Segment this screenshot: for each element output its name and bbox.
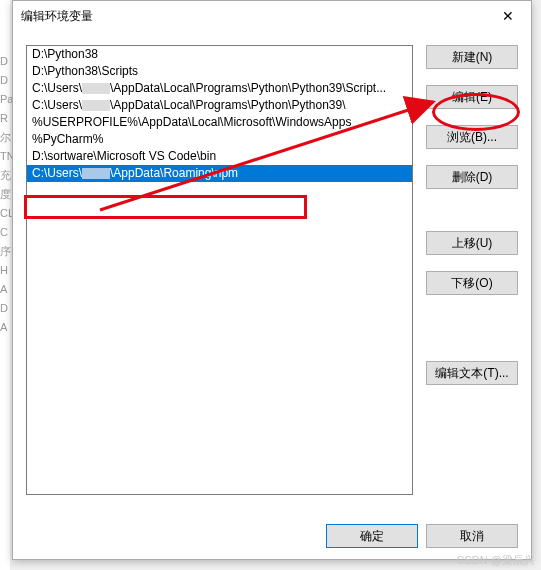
edit-button[interactable]: 编辑(E): [426, 85, 518, 109]
list-item[interactable]: D:\Python38\Scripts: [27, 63, 412, 80]
delete-button[interactable]: 删除(D): [426, 165, 518, 189]
move-down-button[interactable]: 下移(O): [426, 271, 518, 295]
titlebar: 编辑环境变量 ✕: [13, 1, 531, 31]
edit-text-button[interactable]: 编辑文本(T)...: [426, 361, 518, 385]
list-item[interactable]: C:\Users\\AppData\Local\Programs\Python\…: [27, 97, 412, 114]
dialog-footer: 确定 取消: [13, 513, 531, 559]
list-item-selected[interactable]: C:\Users\\AppData\Roaming\npm: [27, 165, 412, 182]
new-button[interactable]: 新建(N): [426, 45, 518, 69]
path-listbox[interactable]: D:\Python38 D:\Python38\Scripts C:\Users…: [26, 45, 413, 495]
ok-button[interactable]: 确定: [326, 524, 418, 548]
list-item[interactable]: %PyCharm%: [27, 131, 412, 148]
watermark: CSDN @梁辰兴: [457, 553, 535, 568]
list-item[interactable]: D:\sortware\Microsoft VS Code\bin: [27, 148, 412, 165]
list-item[interactable]: C:\Users\\AppData\Local\Programs\Python\…: [27, 80, 412, 97]
close-icon[interactable]: ✕: [493, 4, 523, 28]
browse-button[interactable]: 浏览(B)...: [426, 125, 518, 149]
move-up-button[interactable]: 上移(U): [426, 231, 518, 255]
list-item[interactable]: %USERPROFILE%\AppData\Local\Microsoft\Wi…: [27, 114, 412, 131]
list-item[interactable]: D:\Python38: [27, 46, 412, 63]
dialog-title: 编辑环境变量: [21, 8, 493, 25]
env-var-dialog: 编辑环境变量 ✕ D:\Python38 D:\Python38\Scripts…: [12, 0, 532, 560]
cancel-button[interactable]: 取消: [426, 524, 518, 548]
